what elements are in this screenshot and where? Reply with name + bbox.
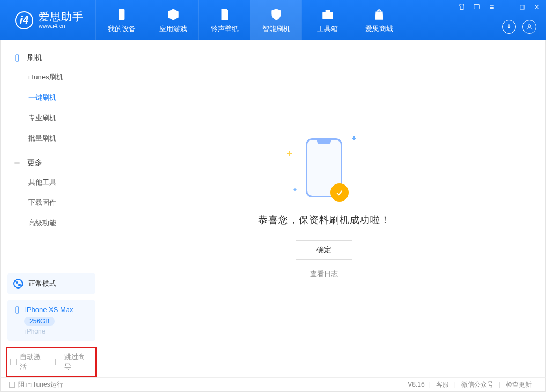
checkbox-skip-guide[interactable]: 跳过向导 — [55, 352, 93, 372]
checkbox-auto-activate[interactable]: 自动激活 — [10, 352, 48, 372]
sparkle-icon — [352, 136, 356, 140]
tab-label: 智能刷机 — [262, 24, 290, 34]
app-body: 刷机 iTunes刷机 一键刷机 专业刷机 批量刷机 更多 其他工具 下载固件 … — [0, 40, 546, 377]
success-message: 恭喜您，保资料刷机成功啦！ — [258, 213, 390, 226]
maximize-button[interactable] — [517, 2, 527, 12]
tab-label: 铃声壁纸 — [211, 24, 239, 34]
sidebar-group-more: 更多 — [1, 154, 102, 172]
tab-apps-games[interactable]: 应用游戏 — [147, 0, 198, 40]
footer-link-check-update[interactable]: 检查更新 — [506, 380, 532, 389]
tshirt-icon[interactable] — [457, 2, 467, 12]
checkbox-label: 跳过向导 — [64, 352, 92, 372]
sidebar-group-label: 刷机 — [27, 53, 42, 63]
footer-link-wechat[interactable]: 微信公众号 — [461, 380, 493, 389]
checkbox-icon — [9, 382, 15, 388]
tab-smart-flash[interactable]: 智能刷机 — [250, 0, 301, 40]
svg-rect-2 — [325, 10, 330, 12]
main-tabs: 我的设备 应用游戏 铃声壁纸 智能刷机 工具箱 爱思商城 — [95, 0, 404, 40]
svg-rect-4 — [520, 5, 523, 9]
tab-label: 应用游戏 — [159, 24, 187, 34]
success-check-badge-icon — [330, 183, 349, 202]
phone-small-icon — [13, 54, 22, 62]
app-logo: i4 爱思助手 www.i4.cn — [0, 11, 95, 29]
sidebar-item-oneclick-flash[interactable]: 一键刷机 — [1, 87, 102, 108]
sidebar-item-other-tools[interactable]: 其他工具 — [1, 172, 102, 193]
checkbox-block-itunes[interactable]: 阻止iTunes运行 — [9, 380, 63, 389]
sidebar-group-flash: 刷机 — [1, 49, 102, 67]
svg-rect-1 — [322, 12, 333, 19]
shopping-bag-icon — [372, 7, 386, 22]
device-type-label: iPhone — [25, 328, 89, 335]
checkbox-label: 阻止iTunes运行 — [18, 380, 63, 389]
svg-rect-0 — [119, 9, 124, 20]
list-icon — [13, 159, 22, 167]
menu-icon[interactable]: ≡ — [487, 2, 497, 12]
tab-store[interactable]: 爱思商城 — [353, 0, 404, 40]
tab-toolbox[interactable]: 工具箱 — [301, 0, 353, 40]
sidebar-item-advanced[interactable]: 高级功能 — [1, 213, 102, 233]
checkbox-icon — [10, 359, 17, 365]
close-button[interactable]: ✕ — [532, 2, 542, 12]
mode-label: 正常模式 — [28, 279, 56, 289]
phone-icon — [115, 7, 129, 22]
refresh-shield-icon — [269, 7, 283, 22]
sidebar-item-itunes-flash[interactable]: iTunes刷机 — [1, 67, 102, 87]
device-card[interactable]: iPhone XS Max 256GB iPhone — [7, 300, 95, 341]
svg-rect-7 — [16, 307, 19, 313]
tab-label: 我的设备 — [108, 24, 136, 34]
tab-label: 爱思商城 — [365, 24, 393, 34]
sidebar-group-label: 更多 — [27, 158, 42, 168]
device-phone-icon — [13, 306, 21, 314]
highlighted-options: 自动激活 跳过向导 — [6, 347, 97, 377]
svg-rect-6 — [16, 55, 19, 61]
tab-ringtone-wallpaper[interactable]: 铃声壁纸 — [198, 0, 250, 40]
header-bar: i4 爱思助手 www.i4.cn 我的设备 应用游戏 铃声壁纸 智能刷机 工具… — [0, 0, 546, 40]
checkbox-label: 自动激活 — [20, 352, 48, 372]
music-file-icon — [218, 7, 232, 22]
mode-card[interactable]: 正常模式 — [7, 273, 95, 294]
tab-my-device[interactable]: 我的设备 — [95, 0, 147, 40]
sidebar: 刷机 iTunes刷机 一键刷机 专业刷机 批量刷机 更多 其他工具 下载固件 … — [1, 40, 102, 377]
toolbox-icon — [321, 7, 335, 22]
download-button[interactable] — [502, 20, 516, 34]
mode-icon — [13, 279, 23, 289]
main-content: 恭喜您，保资料刷机成功啦！ 确定 查看日志 — [102, 40, 545, 377]
sidebar-item-download-firmware[interactable]: 下载固件 — [1, 193, 102, 213]
cube-icon — [166, 7, 180, 22]
logo-icon: i4 — [15, 11, 33, 29]
sidebar-item-pro-flash[interactable]: 专业刷机 — [1, 108, 102, 128]
header-right-actions — [502, 20, 536, 34]
ok-button[interactable]: 确定 — [296, 240, 352, 260]
user-button[interactable] — [522, 20, 536, 34]
minimize-button[interactable]: ― — [502, 2, 512, 12]
view-log-link[interactable]: 查看日志 — [310, 269, 338, 279]
tab-label: 工具箱 — [317, 24, 338, 34]
svg-rect-3 — [474, 4, 480, 9]
footer-link-support[interactable]: 客服 — [436, 380, 449, 389]
svg-point-5 — [528, 25, 531, 27]
success-illustration — [306, 138, 342, 197]
device-name-label: iPhone XS Max — [25, 306, 73, 314]
logo-subtitle: www.i4.cn — [39, 23, 84, 29]
sidebar-item-batch-flash[interactable]: 批量刷机 — [1, 128, 102, 149]
feedback-icon[interactable] — [472, 2, 482, 12]
sparkle-icon — [287, 151, 292, 156]
sparkle-icon — [293, 188, 297, 191]
logo-title: 爱思助手 — [39, 11, 84, 23]
device-storage-badge: 256GB — [24, 317, 55, 326]
checkbox-icon — [55, 359, 62, 365]
footer-bar: 阻止iTunes运行 V8.16 | 客服 | 微信公众号 | 检查更新 — [0, 377, 546, 392]
version-label: V8.16 — [408, 381, 424, 388]
window-controls: ≡ ― ✕ — [457, 2, 542, 12]
